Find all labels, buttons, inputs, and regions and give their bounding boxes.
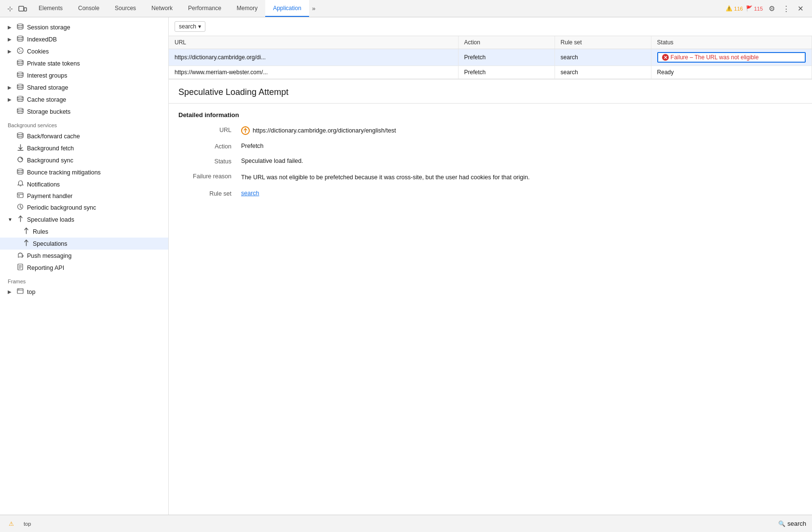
bottom-errors-icon[interactable]: ⚠ bbox=[6, 519, 17, 528]
sidebar-item-top-frame[interactable]: ▶ top bbox=[0, 286, 168, 297]
sidebar-item-storage-buckets[interactable]: ▶ Storage buckets bbox=[0, 106, 168, 118]
svg-rect-0 bbox=[19, 6, 24, 11]
detail-row-status: Status Speculative load failed. bbox=[178, 158, 802, 165]
svg-point-5 bbox=[19, 49, 20, 50]
detail-label-url: URL bbox=[178, 126, 241, 133]
detail-label-ruleset: Rule set bbox=[178, 190, 241, 197]
tab-console[interactable]: Console bbox=[70, 0, 107, 17]
cell-action: Prefetch bbox=[458, 66, 555, 79]
failure-reason-value: The URL was not eligible to be prefetche… bbox=[241, 173, 529, 182]
payment-icon bbox=[16, 192, 24, 200]
sidebar-item-notifications[interactable]: ▶ Notifications bbox=[0, 178, 168, 190]
sidebar-item-cookies[interactable]: ▶ Cookies bbox=[0, 45, 168, 57]
svg-rect-16 bbox=[17, 193, 23, 198]
ruleset-link[interactable]: search bbox=[241, 190, 259, 197]
tab-network[interactable]: Network bbox=[144, 0, 180, 17]
sidebar-label: top bbox=[27, 289, 35, 295]
bottom-search-label: search bbox=[787, 520, 806, 527]
reporting-api-icon bbox=[16, 264, 24, 272]
cell-url: https://dictionary.cambridge.org/di... bbox=[169, 49, 458, 66]
close-icon[interactable]: ✕ bbox=[795, 3, 806, 14]
detail-row-failure-reason: Failure reason The URL was not eligible … bbox=[178, 173, 802, 182]
sidebar-label: Back/forward cache bbox=[27, 133, 80, 140]
sidebar-label: Cookies bbox=[27, 48, 49, 55]
table-row[interactable]: https://www.merriam-webster.com/...Prefe… bbox=[169, 66, 812, 79]
error-badge[interactable]: 🚩 115 bbox=[746, 5, 763, 12]
sidebar-item-push-messaging[interactable]: ▶ Push messaging bbox=[0, 250, 168, 262]
tab-memory[interactable]: Memory bbox=[229, 0, 265, 17]
bottom-top-label[interactable]: top bbox=[21, 520, 34, 528]
svg-point-10 bbox=[17, 84, 23, 86]
sidebar-label: Session storage bbox=[27, 24, 70, 31]
svg-point-4 bbox=[17, 48, 23, 53]
warning-badge[interactable]: ⚠️ 116 bbox=[726, 5, 743, 12]
device-toggle-icon[interactable] bbox=[18, 4, 27, 13]
speculations-icon bbox=[22, 239, 30, 248]
sidebar-item-indexeddb[interactable]: ▶ IndexedDB bbox=[0, 33, 168, 45]
detail-row-action: Action Prefetch bbox=[178, 143, 802, 150]
table-row[interactable]: https://dictionary.cambridge.org/di...Pr… bbox=[169, 49, 812, 66]
tab-elements[interactable]: Elements bbox=[31, 0, 70, 17]
sidebar-item-session-storage[interactable]: ▶ Session storage bbox=[0, 21, 168, 33]
sidebar-label: Interest groups bbox=[27, 72, 67, 79]
svg-point-12 bbox=[17, 108, 23, 110]
prefetch-icon bbox=[241, 126, 250, 135]
sidebar-label: Background fetch bbox=[27, 145, 74, 152]
speculations-table: URL Action Rule set Status https://dicti… bbox=[169, 36, 812, 79]
search-dropdown[interactable]: search ▾ bbox=[175, 21, 205, 32]
tab-sources[interactable]: Sources bbox=[107, 0, 144, 17]
sidebar-label: Reporting API bbox=[27, 265, 64, 271]
periodic-sync-icon bbox=[16, 203, 24, 212]
notifications-icon bbox=[16, 180, 24, 188]
bg-services-section: Background services bbox=[0, 118, 168, 130]
cursor-icon[interactable]: ⊹ bbox=[6, 4, 14, 13]
cell-status: ✕ Failure – The URL was not eligible bbox=[651, 49, 812, 66]
col-action: Action bbox=[458, 36, 555, 49]
svg-point-13 bbox=[17, 133, 23, 135]
search-icon: 🔍 bbox=[778, 520, 785, 527]
error-icon: 🚩 bbox=[746, 5, 753, 12]
sidebar-label: IndexedDB bbox=[27, 36, 57, 43]
data-table-container: URL Action Rule set Status https://dicti… bbox=[169, 36, 812, 80]
sidebar-item-rules[interactable]: ▶ Rules bbox=[0, 226, 168, 238]
cache-storage-icon bbox=[16, 95, 24, 104]
more-tabs-button[interactable]: » bbox=[309, 5, 318, 12]
cell-url: https://www.merriam-webster.com/... bbox=[169, 66, 458, 79]
sidebar-item-reporting-api[interactable]: ▶ Reporting API bbox=[0, 262, 168, 274]
sidebar: ▶ Session storage ▶ IndexedDB ▶ Cookies … bbox=[0, 17, 169, 515]
expand-arrow-icon: ▶ bbox=[8, 25, 14, 30]
sidebar-item-interest-groups[interactable]: ▶ Interest groups bbox=[0, 69, 168, 81]
col-url: URL bbox=[169, 36, 458, 49]
sidebar-item-background-sync[interactable]: ▶ Background sync bbox=[0, 154, 168, 166]
sidebar-item-bounce-tracking[interactable]: ▶ Bounce tracking mitigations bbox=[0, 166, 168, 178]
sidebar-item-speculations[interactable]: ▶ Speculations bbox=[0, 238, 168, 250]
settings-icon[interactable]: ⚙ bbox=[766, 3, 777, 14]
interest-groups-icon bbox=[16, 71, 24, 80]
sidebar-label: Shared storage bbox=[27, 84, 68, 91]
sidebar-item-payment-handler[interactable]: ▶ Payment handler bbox=[0, 190, 168, 201]
sidebar-item-periodic-background-sync[interactable]: ▶ Periodic background sync bbox=[0, 201, 168, 213]
sidebar-item-speculative-loads[interactable]: ▼ Speculative loads bbox=[0, 213, 168, 226]
push-messaging-icon bbox=[16, 252, 24, 260]
error-count: 115 bbox=[754, 6, 763, 12]
tab-performance[interactable]: Performance bbox=[180, 0, 229, 17]
sidebar-item-shared-storage[interactable]: ▶ Shared storage bbox=[0, 81, 168, 93]
storage-buckets-icon bbox=[16, 107, 24, 116]
sidebar-label: Rules bbox=[33, 228, 48, 235]
sidebar-item-private-state-tokens[interactable]: ▶ Private state tokens bbox=[0, 57, 168, 69]
detail-row-ruleset: Rule set search bbox=[178, 190, 802, 197]
sidebar-item-cache-storage[interactable]: ▶ Cache storage bbox=[0, 93, 168, 106]
detail-label-status: Status bbox=[178, 158, 241, 165]
svg-point-15 bbox=[17, 169, 23, 171]
tab-application[interactable]: Application bbox=[265, 0, 309, 17]
detail-value-failure-reason: The URL was not eligible to be prefetche… bbox=[241, 173, 579, 182]
table-header-row: URL Action Rule set Status bbox=[169, 36, 812, 49]
svg-point-9 bbox=[17, 72, 23, 74]
sidebar-item-background-fetch[interactable]: ▶ Background fetch bbox=[0, 142, 168, 154]
sidebar-item-back-forward-cache[interactable]: ▶ Back/forward cache bbox=[0, 130, 168, 142]
bottom-search: 🔍 search bbox=[778, 520, 806, 527]
url-value[interactable]: https://dictionary.cambridge.org/diction… bbox=[253, 127, 396, 134]
search-bar: search ▾ bbox=[169, 17, 812, 36]
more-options-icon[interactable]: ⋮ bbox=[780, 3, 792, 14]
detail-label-failure-reason: Failure reason bbox=[178, 173, 241, 180]
